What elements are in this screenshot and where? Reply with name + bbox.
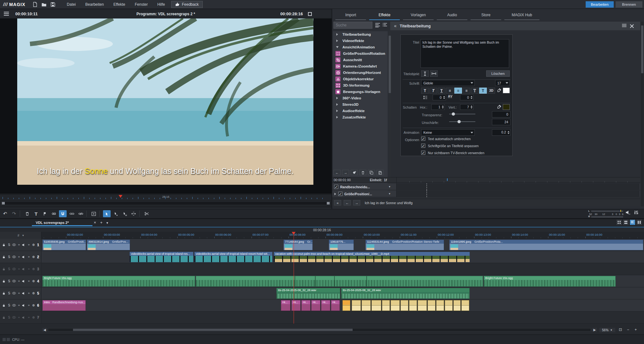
- track-volume-curve-toggle[interactable]: ÷: [27, 291, 31, 295]
- back-icon[interactable]: «: [394, 23, 397, 28]
- tab-magix-hub[interactable]: MAGIX Hub: [504, 11, 539, 20]
- timeline-clip[interactable]: Bright Future 15s.ogg: [42, 276, 195, 287]
- project-dropdown-icon[interactable]: ▼: [106, 221, 109, 225]
- timeline-clip[interactable]: [428, 300, 435, 311]
- track-lane[interactable]: [41, 312, 644, 323]
- option-2[interactable]: ✓Schriftgröße an Titelfeld anpassen: [421, 144, 479, 148]
- track-options-icon[interactable]: #: [18, 234, 19, 237]
- option-1[interactable]: ✓Text automatisch umbrechen: [421, 137, 471, 141]
- bold-button[interactable]: T: [421, 88, 429, 94]
- zoom-in-icon[interactable]: +: [633, 328, 638, 332]
- timeline-clip[interactable]: Hi...: [311, 300, 320, 311]
- timeline-clip[interactable]: videoblocks-aerial-view-of-tropical-isla…: [129, 252, 194, 262]
- track-visibility-icon[interactable]: [12, 292, 16, 295]
- expand-icon[interactable]: [336, 39, 339, 42]
- new-file-icon[interactable]: [33, 2, 38, 7]
- track-visibility-icon[interactable]: [12, 243, 16, 246]
- text-color-swatch[interactable]: [503, 88, 510, 93]
- expand-icon[interactable]: [336, 110, 339, 112]
- track-lock-icon[interactable]: [2, 255, 6, 259]
- timeline-clip[interactable]: [362, 300, 371, 311]
- track-lock-icon[interactable]: [2, 316, 6, 319]
- line-spacing-stepper[interactable]: 0: [433, 95, 446, 100]
- timeline-ruler[interactable]: 00:00:02:0000:00:03:0000:00:04:0000:00:0…: [0, 232, 644, 239]
- option-3[interactable]: ✓Nur sichtbaren TV-Bereich verwenden: [421, 151, 484, 155]
- fill-button[interactable]: T: [479, 88, 487, 94]
- shadow-hor-stepper[interactable]: 1: [431, 104, 445, 110]
- effects-item[interactable]: Ansicht/Animation: [333, 44, 388, 50]
- preview-scrollbar[interactable]: [1, 201, 330, 205]
- timeline-clip[interactable]: [382, 300, 390, 311]
- effects-item[interactable]: Kamera-/Zoomfahrt: [333, 63, 388, 69]
- track-lane[interactable]: Bright Future 15s.oggBright Future 15s.o…: [41, 275, 644, 287]
- track-lock-icon[interactable]: [2, 267, 6, 271]
- scene-overview-icon[interactable]: [623, 220, 628, 225]
- underline-button[interactable]: T: [438, 88, 445, 94]
- track-lock-icon[interactable]: [2, 279, 6, 283]
- center-title-button[interactable]: [430, 70, 438, 77]
- status-toggle-1[interactable]: [3, 338, 6, 341]
- razor-split-icon[interactable]: [143, 210, 150, 217]
- animation-select[interactable]: Keine: [421, 129, 475, 136]
- timeline-clip[interactable]: [436, 300, 444, 311]
- blur-value[interactable]: 24: [492, 119, 510, 125]
- line-spacing-icon[interactable]: [423, 95, 428, 100]
- track-volume-curve-toggle[interactable]: ÷: [27, 267, 31, 271]
- checkbox-checked-icon[interactable]: ✓: [421, 144, 425, 148]
- timeline-clip[interactable]: [400, 300, 408, 311]
- effects-item[interactable]: Ausschnitt: [333, 57, 388, 63]
- effects-item[interactable]: Videoeffekte: [333, 38, 388, 44]
- menu-hilfe[interactable]: Hilfe: [153, 1, 169, 8]
- title-text-input[interactable]: Ich lag in der Sonne und Wolfgang las se…: [421, 39, 509, 68]
- next-keyframe-button[interactable]: →: [342, 170, 349, 175]
- timeline-clip[interactable]: tts-25-04-2025-08_32_28.wav: [276, 288, 340, 299]
- timeline-clip[interactable]: Bright Future 15s.ogg: [484, 276, 616, 287]
- timeline-clip[interactable]: [371, 300, 381, 311]
- keyframe-lane[interactable]: [396, 183, 640, 190]
- timeline-clip[interactable]: Hi...: [301, 300, 311, 311]
- timeline-clip[interactable]: 1124553144.jpegGröße/Position/Rotation S…: [365, 240, 444, 250]
- outline-button[interactable]: T: [471, 88, 479, 94]
- track-transition-toggle[interactable]: ⊕: [32, 243, 35, 247]
- track-transition-toggle[interactable]: ⊕: [32, 316, 35, 319]
- keyframe-ruler[interactable]: [396, 177, 640, 183]
- track-mute-icon[interactable]: [22, 304, 26, 307]
- tab-audio[interactable]: Audio: [437, 11, 467, 20]
- marker-flag-icon[interactable]: [41, 210, 49, 217]
- stretch-mode-icon[interactable]: [130, 210, 137, 217]
- blur-slider[interactable]: [449, 120, 475, 123]
- track-transition-toggle[interactable]: ⊕: [32, 304, 35, 307]
- effects-item[interactable]: Titelbearbeitung: [333, 31, 388, 38]
- timeline-clip[interactable]: [196, 276, 483, 287]
- timeline-clip[interactable]: tts-25-04-2025-08_32_28.wav: [341, 288, 470, 299]
- scroll-handle-left[interactable]: [2, 202, 5, 204]
- mouse-mode-icon[interactable]: [103, 210, 111, 217]
- keyframe-row-checkbox[interactable]: ✓: [338, 192, 342, 196]
- close-project-icon[interactable]: ×: [94, 220, 96, 225]
- track-solo-toggle[interactable]: S: [8, 316, 11, 319]
- font-family-select[interactable]: Gidole: [421, 80, 475, 86]
- timeline-clip[interactable]: 498322814.jpegGröße/Pos...: [87, 240, 130, 250]
- delete-keyframe-icon[interactable]: [359, 170, 366, 175]
- delete-title-button[interactable]: Löschen: [486, 70, 510, 77]
- fullscreen-icon[interactable]: [308, 12, 312, 16]
- effects-item[interactable]: Objektivkorrektur: [333, 76, 388, 82]
- kerning-icon[interactable]: A̲V̲: [448, 95, 454, 99]
- scroll-right-icon[interactable]: ▶: [592, 328, 597, 332]
- checkbox-checked-icon[interactable]: ✓: [421, 151, 425, 155]
- feedback-button[interactable]: Feedback: [171, 1, 203, 8]
- track-solo-toggle[interactable]: S: [8, 291, 11, 295]
- track-solo-toggle[interactable]: S: [8, 243, 11, 247]
- track-mute-icon[interactable]: [22, 243, 26, 247]
- track-lock-icon[interactable]: [2, 304, 6, 307]
- track-volume-curve-toggle[interactable]: ÷: [27, 316, 31, 319]
- track-mute-icon[interactable]: [22, 280, 26, 283]
- timeline-scroll-thumb[interactable]: [73, 329, 353, 331]
- keyframe-row-dropdown[interactable]: ▼: [384, 184, 395, 189]
- track-visibility-icon[interactable]: [12, 268, 16, 270]
- track-solo-toggle[interactable]: S: [8, 267, 11, 271]
- track-lane[interactable]: tts-25-04-2025-08_32_28.wavtts-25-04-202…: [41, 287, 644, 299]
- scroll-left-icon[interactable]: ◀: [42, 328, 47, 332]
- title-overlay-text[interactable]: Ich lag in der Sonne und Wolfgang las se…: [17, 167, 313, 176]
- timeline-playhead-marker[interactable]: [292, 232, 296, 235]
